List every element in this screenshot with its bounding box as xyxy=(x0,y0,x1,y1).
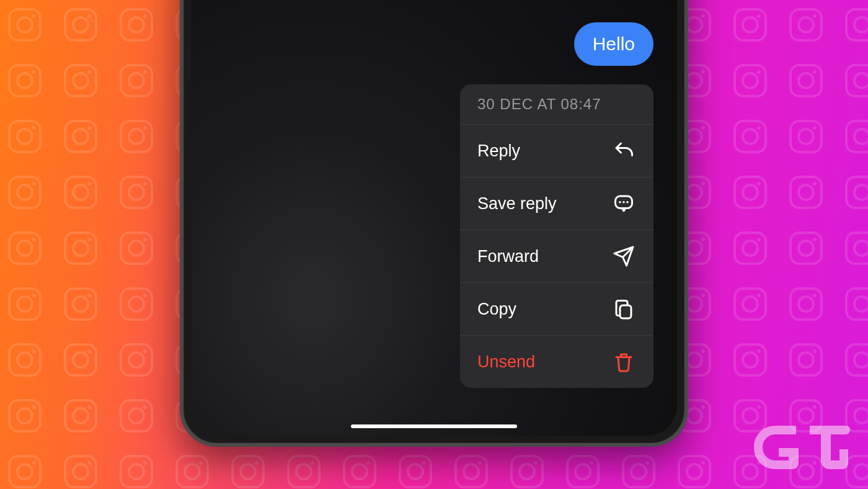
message-text: Hello xyxy=(593,34,635,54)
svg-point-6 xyxy=(622,201,625,204)
menu-timestamp: 30 DEC AT 08:47 xyxy=(460,84,653,125)
menu-label-save-reply: Save reply xyxy=(477,194,557,213)
menu-label-copy: Copy xyxy=(477,300,516,319)
gt-watermark xyxy=(748,419,853,478)
menu-item-copy[interactable]: Copy xyxy=(460,283,653,336)
svg-rect-8 xyxy=(620,305,631,318)
copy-icon xyxy=(611,297,636,321)
phone-frame: Hello 30 DEC AT 08:47 Reply Save reply F… xyxy=(180,0,688,447)
trash-icon xyxy=(611,349,636,374)
send-icon xyxy=(611,244,636,269)
menu-item-unsend[interactable]: Unsend xyxy=(460,336,653,388)
svg-point-5 xyxy=(619,201,621,204)
reply-arrow-icon xyxy=(611,138,636,163)
menu-label-reply: Reply xyxy=(477,141,520,161)
phone-screen: Hello 30 DEC AT 08:47 Reply Save reply F… xyxy=(191,0,677,436)
menu-label-unsend: Unsend xyxy=(477,352,535,372)
home-indicator[interactable] xyxy=(351,424,517,428)
svg-point-7 xyxy=(626,201,629,204)
sent-message-bubble[interactable]: Hello xyxy=(574,22,653,66)
menu-item-save-reply[interactable]: Save reply xyxy=(460,177,653,230)
message-context-menu: 30 DEC AT 08:47 Reply Save reply Forward xyxy=(460,84,653,388)
menu-item-reply[interactable]: Reply xyxy=(460,125,653,177)
menu-item-forward[interactable]: Forward xyxy=(460,230,653,283)
menu-label-forward: Forward xyxy=(477,247,539,266)
chat-bubble-icon xyxy=(611,191,636,216)
